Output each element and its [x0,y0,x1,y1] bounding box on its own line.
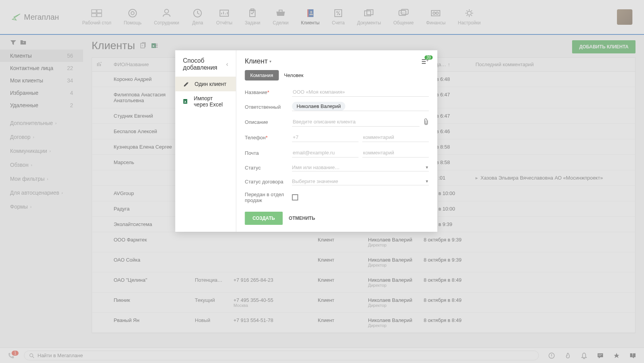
modal-title[interactable]: Клиент ▾ [245,57,271,65]
phone-label: Телефон* [245,135,288,140]
chevron-down-icon: ▼ [425,179,429,183]
create-button[interactable]: СОЗДАТЬ [245,212,283,225]
contract-status-label: Статус договора [245,179,288,185]
cancel-button[interactable]: ОТМЕНИТЬ [289,216,315,221]
email-label: Почта [245,150,288,156]
method-item[interactable]: XИмпорт через Excel [175,91,236,111]
field-config-icon[interactable]: + 39 [421,58,429,65]
transfer-checkbox[interactable] [292,194,298,200]
method-item[interactable]: Один клиент [175,77,236,91]
method-label: Один клиент [194,81,226,87]
description-label: Описание [245,119,288,125]
modal-tab[interactable]: Компания [245,70,279,80]
modal-method-panel: Способ добавления ‹ Один клиентXИмпорт ч… [175,50,236,232]
svg-text:X: X [184,100,186,104]
transfer-label: Передан в отдел продаж [245,192,288,203]
email-input[interactable] [292,148,358,158]
status-label: Статус [245,165,288,171]
method-title: Способ добавления [183,57,226,71]
add-client-modal: Способ добавления ‹ Один клиентXИмпорт ч… [175,50,437,232]
dropdown-caret-icon: ▾ [269,59,271,63]
modal-form-panel: Клиент ▾ + 39 КомпанияЧеловек Название* … [236,50,437,232]
method-icon: X [183,98,189,105]
responsible-chip[interactable]: Николаев Валерий [292,102,345,111]
responsible-label: Ответственный [245,104,288,110]
field-count-badge: 39 [424,55,433,60]
modal-tab[interactable]: Человек [279,70,309,80]
attach-icon[interactable] [423,118,429,125]
email-comment-input[interactable] [362,148,429,158]
phone-comment-input[interactable] [362,133,429,142]
method-label: Импорт через Excel [194,95,228,108]
name-input[interactable] [292,87,429,97]
name-label: Название* [245,89,288,95]
status-select[interactable]: Имя или название…▼ [292,164,429,171]
phone-input[interactable] [292,133,358,142]
description-input[interactable] [292,117,419,127]
chevron-down-icon: ▼ [425,165,429,170]
collapse-icon[interactable]: ‹ [226,61,228,68]
contract-status-select[interactable]: Выберите значение▼ [292,178,429,185]
method-icon [183,80,190,87]
